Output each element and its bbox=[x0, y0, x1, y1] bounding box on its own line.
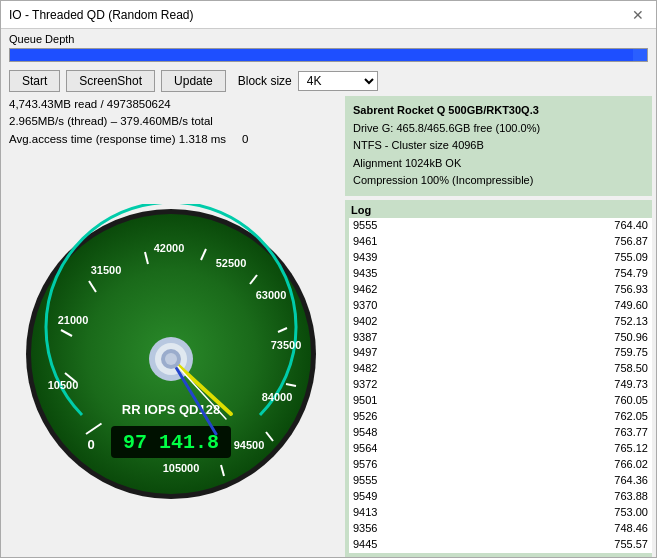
list-item: 9555764.36 bbox=[349, 473, 652, 489]
log-label: Log bbox=[349, 204, 652, 216]
list-item: 9482758.50 bbox=[349, 361, 652, 377]
stats-section: 4,743.43MB read / 4973850624 2.965MB/s (… bbox=[9, 96, 333, 148]
list-item: 9413753.00 bbox=[349, 505, 652, 521]
svg-text:52500: 52500 bbox=[216, 257, 247, 269]
right-panel: Sabrent Rocket Q 500GB/RKT30Q.3 Drive G:… bbox=[341, 96, 656, 557]
list-item: 9402752.13 bbox=[349, 314, 652, 330]
left-panel: 4,743.43MB read / 4973850624 2.965MB/s (… bbox=[1, 96, 341, 557]
list-item: 9370749.60 bbox=[349, 298, 652, 314]
list-item: 9549763.88 bbox=[349, 489, 652, 505]
title-bar: IO - Threaded QD (Random Read) ✕ bbox=[1, 1, 656, 29]
svg-text:105000: 105000 bbox=[163, 462, 200, 474]
window-title: IO - Threaded QD (Random Read) bbox=[9, 8, 194, 22]
svg-text:84000: 84000 bbox=[262, 391, 293, 403]
svg-text:73500: 73500 bbox=[271, 339, 302, 351]
gauge-container: 0 10500 21000 31500 42000 52500 63000 73… bbox=[9, 152, 333, 557]
list-item: 9356748.46 bbox=[349, 521, 652, 537]
main-content: 4,743.43MB read / 4973850624 2.965MB/s (… bbox=[1, 96, 656, 557]
block-size-label: Block size bbox=[238, 74, 292, 88]
device-title: Sabrent Rocket Q 500GB/RKT30Q.3 bbox=[353, 102, 644, 120]
start-button[interactable]: Start bbox=[9, 70, 60, 92]
list-item: 9497759.75 bbox=[349, 345, 652, 361]
queue-bar-container[interactable] bbox=[9, 48, 648, 62]
list-item: 9462756.93 bbox=[349, 282, 652, 298]
queue-bar-fill bbox=[10, 49, 633, 61]
svg-text:97 141.8: 97 141.8 bbox=[123, 431, 219, 454]
log-content[interactable]: 9555764.409461756.879439755.099435754.79… bbox=[349, 218, 652, 553]
block-size-select[interactable]: 512 1K 2K 4K 8K 16K 32K 64K bbox=[298, 71, 378, 91]
queue-bar-thumb bbox=[633, 49, 647, 61]
svg-text:94500: 94500 bbox=[234, 439, 265, 451]
stat-line2: 2.965MB/s (thread) – 379.460MB/s total bbox=[9, 113, 333, 130]
device-line3: Alignment 1024kB OK bbox=[353, 155, 644, 173]
list-item: 9435754.79 bbox=[349, 266, 652, 282]
list-item: 9501760.05 bbox=[349, 393, 652, 409]
close-button[interactable]: ✕ bbox=[628, 7, 648, 23]
stat-line3: Avg.access time (response time) 1.318 ms… bbox=[9, 131, 333, 148]
device-line4: Compression 100% (Incompressible) bbox=[353, 172, 644, 190]
svg-point-35 bbox=[165, 353, 177, 365]
main-window: IO - Threaded QD (Random Read) ✕ Queue D… bbox=[0, 0, 657, 558]
list-item: 9526762.05 bbox=[349, 409, 652, 425]
svg-text:21000: 21000 bbox=[58, 314, 89, 326]
device-line2: NTFS - Cluster size 4096B bbox=[353, 137, 644, 155]
list-item: 9564765.12 bbox=[349, 441, 652, 457]
list-item: 9576766.02 bbox=[349, 457, 652, 473]
update-button[interactable]: Update bbox=[161, 70, 226, 92]
controls-row: Start ScreenShot Update Block size 512 1… bbox=[1, 66, 656, 96]
device-line1: Drive G: 465.8/465.6GB free (100.0%) bbox=[353, 120, 644, 138]
svg-text:0: 0 bbox=[87, 437, 94, 452]
device-info: Sabrent Rocket Q 500GB/RKT30Q.3 Drive G:… bbox=[345, 96, 652, 196]
list-item: 9445755.57 bbox=[349, 537, 652, 553]
list-item: 9387750.96 bbox=[349, 330, 652, 346]
queue-depth-section: Queue Depth bbox=[1, 29, 656, 66]
svg-text:31500: 31500 bbox=[91, 264, 122, 276]
list-item: 9439755.09 bbox=[349, 250, 652, 266]
list-item: 9372749.73 bbox=[349, 377, 652, 393]
gauge-svg: 0 10500 21000 31500 42000 52500 63000 73… bbox=[21, 204, 321, 504]
stat-line1: 4,743.43MB read / 4973850624 bbox=[9, 96, 333, 113]
list-item: 9461756.87 bbox=[349, 234, 652, 250]
list-item: 9555764.40 bbox=[349, 218, 652, 234]
svg-text:42000: 42000 bbox=[154, 242, 185, 254]
list-item: 9548763.77 bbox=[349, 425, 652, 441]
screenshot-button[interactable]: ScreenShot bbox=[66, 70, 155, 92]
queue-depth-label: Queue Depth bbox=[9, 33, 648, 45]
log-section: Log 9555764.409461756.879439755.09943575… bbox=[345, 200, 652, 557]
svg-text:63000: 63000 bbox=[256, 289, 287, 301]
